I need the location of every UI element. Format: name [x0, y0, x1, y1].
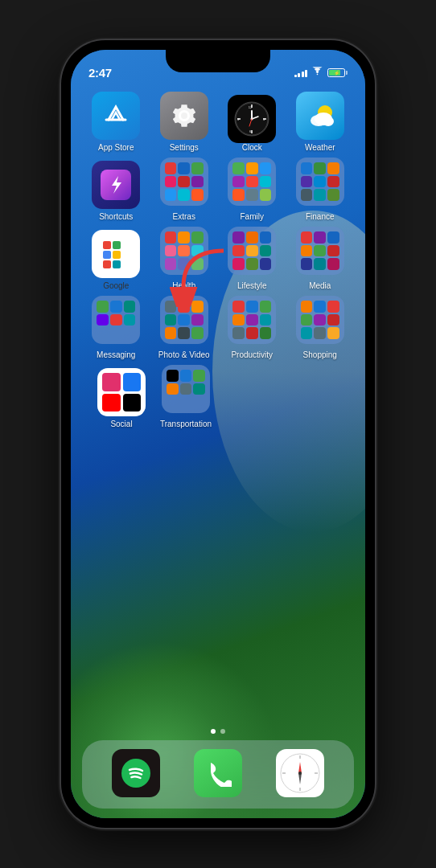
app-item-family[interactable]: Family [224, 158, 280, 222]
safari-icon [276, 749, 324, 797]
dock [82, 740, 354, 809]
app-item-productivity[interactable]: Productivity [224, 296, 280, 360]
app-row-1: App Store Settings [82, 92, 354, 153]
lifestyle-folder-icon [228, 227, 276, 275]
app-item-photo-video[interactable]: Photo & Video [156, 296, 212, 360]
media-label: Media [309, 281, 331, 291]
transportation-label: Transportation [160, 420, 212, 429]
app-row-2: Shortcuts [82, 158, 354, 222]
family-label: Family [241, 212, 264, 222]
svg-rect-19 [103, 241, 111, 249]
notch [166, 50, 270, 72]
svg-rect-22 [113, 251, 121, 259]
app-item-appstore[interactable]: App Store [88, 92, 144, 153]
photo-video-label: Photo & Video [158, 350, 210, 360]
svg-text:12: 12 [249, 105, 253, 109]
app-row-4: Messaging [82, 296, 354, 360]
home-content: App Store Settings [71, 85, 365, 746]
settings-icon [160, 92, 208, 140]
photo-video-folder-icon [160, 296, 208, 344]
weather-icon [296, 92, 344, 140]
transportation-folder-icon [162, 365, 210, 413]
app-item-shortcuts[interactable]: Shortcuts [88, 161, 144, 222]
extras-label: Extras [173, 212, 195, 222]
status-time: 2:47 [88, 66, 112, 80]
productivity-label: Productivity [231, 350, 273, 360]
extras-folder-icon [160, 158, 208, 206]
media-folder-icon [296, 227, 344, 275]
app-item-finance[interactable]: Finance [292, 158, 348, 222]
appstore-label: App Store [98, 143, 134, 153]
shopping-folder-icon [296, 296, 344, 344]
app-item-social[interactable]: Social [93, 368, 150, 429]
phone-icon [194, 749, 242, 797]
clock-icon: 12 3 6 9 [228, 95, 276, 143]
svg-point-36 [298, 772, 302, 775]
health-label: Health [172, 281, 195, 291]
social-label: Social [110, 420, 132, 429]
dock-spotify[interactable] [108, 749, 164, 800]
app-item-health[interactable]: Health [156, 227, 212, 291]
status-icons: ⚡ [294, 67, 348, 78]
app-item-google[interactable]: Google [88, 230, 144, 291]
page-dot-2 [220, 729, 225, 734]
social-icon [97, 368, 146, 416]
dock-phone[interactable] [190, 749, 246, 800]
app-item-settings[interactable]: Settings [156, 92, 212, 153]
family-folder-icon [228, 158, 276, 206]
svg-point-17 [323, 117, 334, 126]
health-folder-icon [160, 227, 208, 275]
battery-icon: ⚡ [327, 68, 348, 77]
google-icon [92, 230, 140, 278]
app-item-extras[interactable]: Extras [156, 158, 212, 222]
messaging-label: Messaging [97, 350, 135, 360]
productivity-folder-icon [228, 296, 276, 344]
app-row-5: Social Transportation [82, 365, 354, 429]
clock-label: Clock [242, 143, 262, 153]
shortcuts-label: Shortcuts [99, 212, 133, 222]
svg-rect-24 [113, 260, 121, 268]
svg-rect-21 [103, 251, 111, 259]
finance-folder-icon [296, 158, 344, 206]
app-item-messaging[interactable]: Messaging [88, 296, 144, 360]
app-item-media[interactable]: Media [292, 227, 348, 291]
svg-rect-23 [103, 260, 111, 268]
lifestyle-label: Lifestyle [237, 281, 267, 291]
page-dots [71, 729, 365, 734]
phone-screen: 2:47 [71, 50, 365, 818]
signal-icon [294, 68, 308, 77]
dock-safari[interactable] [272, 749, 328, 800]
app-row-3: Google [82, 227, 354, 291]
weather-label: Weather [305, 143, 335, 153]
app-item-shopping[interactable]: Shopping [292, 296, 348, 360]
app-item-lifestyle[interactable]: Lifestyle [224, 227, 280, 291]
appstore-icon [92, 92, 140, 140]
settings-label: Settings [170, 143, 199, 153]
page-dot-1 [211, 729, 216, 734]
shopping-label: Shopping [303, 350, 337, 360]
svg-rect-20 [113, 241, 121, 249]
finance-label: Finance [306, 212, 335, 222]
app-item-clock[interactable]: 12 3 6 9 Clock [224, 95, 280, 153]
google-label: Google [103, 281, 129, 291]
shortcuts-icon [92, 161, 140, 209]
spotify-icon [112, 749, 160, 797]
messaging-icon [92, 296, 140, 344]
app-item-weather[interactable]: Weather [292, 92, 348, 153]
wifi-icon [311, 67, 323, 78]
phone-frame: 2:47 [61, 40, 375, 828]
app-item-transportation[interactable]: Transportation [158, 365, 214, 429]
